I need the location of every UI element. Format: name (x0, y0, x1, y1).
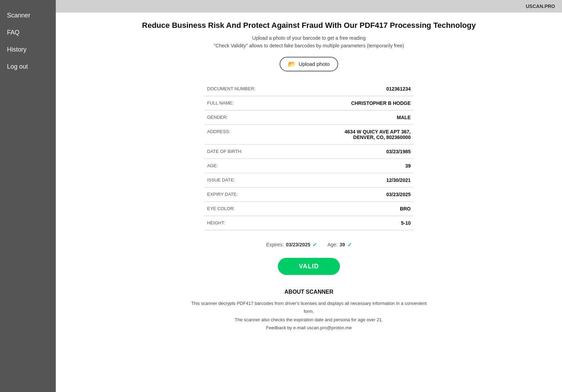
about-title: ABOUT SCANNER (187, 289, 431, 295)
table-row: HEIGHT:5-10 (204, 216, 413, 230)
upload-button-label: Upload photo (298, 61, 329, 67)
expires-value: 03/23/2025 (286, 242, 310, 247)
field-label: ISSUE DATE: (204, 173, 267, 187)
page-subtitle: Upload a photo of your barcode to get a … (70, 34, 548, 50)
table-row: ADDRESS:4634 W QUICY AVE APT 367, DENVER… (204, 124, 413, 144)
field-value: 03/23/1985 (267, 144, 413, 159)
about-text: This scanner decrypts PDF417 barcodes fr… (187, 299, 431, 332)
age-check-icon: ✓ (347, 241, 352, 248)
table-row: DATE OF BIRTH:03/23/1985 (204, 144, 413, 159)
field-value: MALE (267, 110, 413, 124)
sidebar-item-history[interactable]: History (0, 41, 56, 58)
table-row: ISSUE DATE:12/30/2021 (204, 173, 413, 187)
sidebar-item-faq[interactable]: FAQ (0, 24, 56, 41)
age-value: 39 (340, 242, 345, 247)
field-label: AGE: (204, 159, 267, 173)
field-value: 012361234 (267, 82, 413, 96)
validity-row: Expires: 03/23/2025 ✓ Age: 39 ✓ (204, 239, 413, 251)
field-value: 4634 W QUICY AVE APT 367, DENVER, CO, 80… (267, 124, 413, 144)
field-label: ADDRESS: (204, 124, 267, 144)
table-row: EXPIRY DATE:03/23/2025 (204, 187, 413, 201)
field-value: 03/23/2025 (267, 187, 413, 201)
top-bar: USCAN.PRO (56, 0, 562, 13)
field-label: EXPIRY DATE: (204, 187, 267, 201)
field-label: GENDER: (204, 110, 267, 124)
field-value: 12/30/2021 (267, 173, 413, 187)
field-value: 5-10 (267, 216, 413, 230)
sidebar-item-logout[interactable]: Log out (0, 58, 56, 75)
field-value: BRO (267, 201, 413, 216)
expires-check-icon: ✓ (312, 241, 317, 248)
brand-label: USCAN.PRO (526, 3, 555, 9)
field-value: 39 (267, 159, 413, 173)
upload-photo-button[interactable]: 📂 Upload photo (280, 57, 338, 71)
field-label: DOCUMENT NUMBER: (204, 82, 267, 96)
table-row: DOCUMENT NUMBER:012361234 (204, 82, 413, 96)
age-label: Age: (327, 242, 337, 247)
sidebar: Scanner FAQ History Log out (0, 0, 56, 392)
field-label: EYE COLOR: (204, 201, 267, 216)
field-label: FULL NAME: (204, 96, 267, 110)
about-section: ABOUT SCANNER This scanner decrypts PDF4… (187, 289, 431, 332)
page-title: Reduce Business Risk And Protect Against… (70, 21, 548, 30)
field-value: CHRISTOPHER B HODGE (267, 96, 413, 110)
table-row: AGE:39 (204, 159, 413, 173)
main-content: Reduce Business Risk And Protect Against… (56, 0, 562, 392)
field-label: HEIGHT: (204, 216, 267, 230)
valid-button[interactable]: VALID (278, 258, 340, 275)
table-row: FULL NAME:CHRISTOPHER B HODGE (204, 96, 413, 110)
expires-label: Expires: (266, 242, 284, 247)
field-label: DATE OF BIRTH: (204, 144, 267, 159)
table-row: GENDER:MALE (204, 110, 413, 124)
upload-icon: 📂 (288, 60, 296, 68)
document-data-table: DOCUMENT NUMBER:012361234FULL NAME:CHRIS… (204, 82, 413, 230)
sidebar-item-scanner[interactable]: Scanner (0, 7, 56, 24)
table-row: EYE COLOR:BRO (204, 201, 413, 216)
